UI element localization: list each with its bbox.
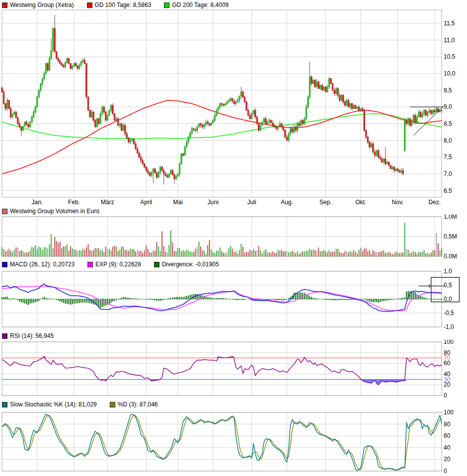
svg-text:0: 0 xyxy=(444,392,447,398)
svg-text:1,0: 1,0 xyxy=(444,268,452,275)
rsi-legend: RSI (14): 56,945 xyxy=(2,332,54,340)
price-legend-item-2: GD 200 Tage: 8,4009 xyxy=(164,1,229,8)
month-label-april: April xyxy=(140,199,152,206)
stochastic-legend: Slow Stochastic %K (14): 81,029%D (3): 8… xyxy=(2,400,157,408)
volume-legend-item-0: Westwing Group Volumen in Euro xyxy=(2,208,99,215)
svg-text:6,5: 6,5 xyxy=(444,187,452,194)
stochastic-legend-swatch-icon xyxy=(110,402,115,407)
rsi-legend-item-0: RSI (14): 56,945 xyxy=(2,332,54,339)
svg-text:80: 80 xyxy=(444,421,451,428)
macd-legend-label: Divergence: -0,01905 xyxy=(162,261,219,268)
svg-text:100: 100 xyxy=(444,409,454,416)
svg-text:0,5M: 0,5M xyxy=(444,233,457,240)
price-legend-swatch-icon xyxy=(2,2,7,8)
svg-text:60: 60 xyxy=(444,360,451,367)
macd-legend-swatch-icon xyxy=(154,262,159,267)
svg-text:9,5: 9,5 xyxy=(444,87,452,94)
volume-legend: Westwing Group Volumen in Euro xyxy=(2,207,99,215)
month-label-juni: Juni xyxy=(208,199,219,206)
svg-text:9,0: 9,0 xyxy=(444,103,452,110)
stochastic-legend-label: Slow Stochastic %K (14): 81,029 xyxy=(10,401,97,408)
price-legend-label: GD 100 Tage: 8,5863 xyxy=(95,1,152,8)
month-label-aug: Aug. xyxy=(281,199,293,206)
volume-legend-swatch-icon xyxy=(2,209,7,214)
month-label-feb: Feb. xyxy=(68,199,80,206)
month-label-nov: Nov. xyxy=(392,199,404,206)
macd-legend-item-1: EXP (9): 0,22628 xyxy=(87,261,141,268)
month-label-sep: Sep. xyxy=(319,199,332,206)
macd-legend-label: EXP (9): 0,22628 xyxy=(95,261,141,268)
stochastic-legend-item-0: Slow Stochastic %K (14): 81,029 xyxy=(2,401,97,408)
svg-text:10,5: 10,5 xyxy=(444,53,456,60)
month-label-okt: Okt. xyxy=(355,199,366,206)
stock-chart-page: Westwing Group (Xetra)GD 100 Tage: 8,586… xyxy=(0,0,467,476)
rsi-legend-label: RSI (14): 56,945 xyxy=(10,332,54,339)
stochastic-legend-swatch-icon xyxy=(2,402,7,407)
macd-chart: 1,00,50,0-0,5-1,0 xyxy=(0,268,467,330)
stochastic-legend-item-1: %D (3): 87,046 xyxy=(110,401,158,408)
month-axis: Jan.Feb.MärzAprilMaiJuniJuliAug.Sep.Okt.… xyxy=(0,198,467,206)
svg-text:11,0: 11,0 xyxy=(444,37,455,44)
svg-text:0,0M: 0,0M xyxy=(444,253,457,258)
macd-legend-swatch-icon xyxy=(2,262,7,267)
rsi-legend-swatch-icon xyxy=(2,333,7,339)
svg-text:60: 60 xyxy=(444,432,451,439)
svg-text:100: 100 xyxy=(444,340,454,345)
svg-text:7,0: 7,0 xyxy=(444,170,452,177)
price-legend-swatch-icon xyxy=(87,2,92,8)
month-label-juli: Juli xyxy=(247,199,256,206)
macd-legend: MACD (26, 12): 0,20723EXP (9): 0,22628Di… xyxy=(2,260,219,268)
svg-text:20: 20 xyxy=(444,456,451,463)
svg-text:0,5: 0,5 xyxy=(444,282,452,289)
macd-legend-swatch-icon xyxy=(87,262,93,267)
svg-text:0: 0 xyxy=(444,468,447,475)
month-label-märz: März xyxy=(101,199,114,206)
month-label-jan: Jan. xyxy=(31,199,43,206)
price-legend-item-0: Westwing Group (Xetra) xyxy=(2,1,74,8)
macd-legend-item-2: Divergence: -0,01905 xyxy=(154,261,219,268)
svg-text:8,5: 8,5 xyxy=(444,120,452,127)
month-label-dez: Dez. xyxy=(428,199,441,206)
price-legend-label: Westwing Group (Xetra) xyxy=(10,1,74,8)
svg-text:0,0: 0,0 xyxy=(444,296,452,303)
volume-legend-label: Westwing Group Volumen in Euro xyxy=(10,208,99,215)
svg-text:20: 20 xyxy=(444,381,451,388)
macd-legend-label: MACD (26, 12): 0,20723 xyxy=(10,261,75,268)
price-legend-label: GD 200 Tage: 8,4009 xyxy=(172,1,229,8)
price-chart: 11,511,010,510,09,59,08,58,07,57,06,5 xyxy=(0,8,467,199)
rsi-chart: 1008070604030200 xyxy=(0,340,467,398)
stochastic-legend-label: %D (3): 87,046 xyxy=(118,401,158,408)
price-legend-swatch-icon xyxy=(164,2,169,8)
svg-text:8,0: 8,0 xyxy=(444,137,452,144)
svg-text:11,5: 11,5 xyxy=(444,20,455,27)
macd-legend-item-0: MACD (26, 12): 0,20723 xyxy=(2,261,75,268)
svg-text:10,0: 10,0 xyxy=(444,70,456,77)
svg-text:7,5: 7,5 xyxy=(444,154,452,160)
month-label-mai: Mai xyxy=(173,199,182,206)
svg-text:40: 40 xyxy=(444,444,451,451)
stochastic-chart: 100806040200 xyxy=(0,408,467,475)
volume-chart: 1,0M0,5M0,0M xyxy=(0,215,467,258)
svg-text:-1,0: -1,0 xyxy=(444,323,454,330)
price-legend-item-1: GD 100 Tage: 8,5863 xyxy=(87,1,152,8)
svg-text:1,0M: 1,0M xyxy=(444,215,457,220)
svg-text:-0,5: -0,5 xyxy=(444,310,454,317)
